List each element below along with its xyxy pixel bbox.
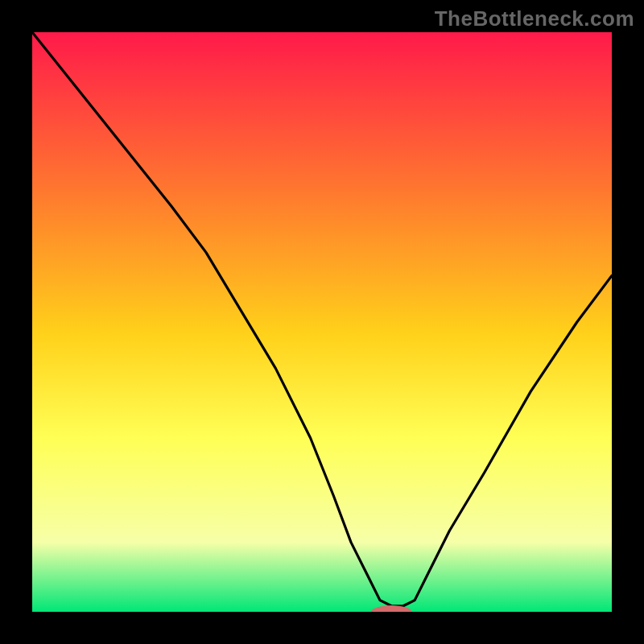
chart-frame: TheBottleneck.com xyxy=(0,0,644,644)
gradient-background xyxy=(32,32,612,612)
chart-svg xyxy=(32,32,612,612)
watermark-text: TheBottleneck.com xyxy=(435,6,634,31)
plot-area xyxy=(32,32,612,612)
